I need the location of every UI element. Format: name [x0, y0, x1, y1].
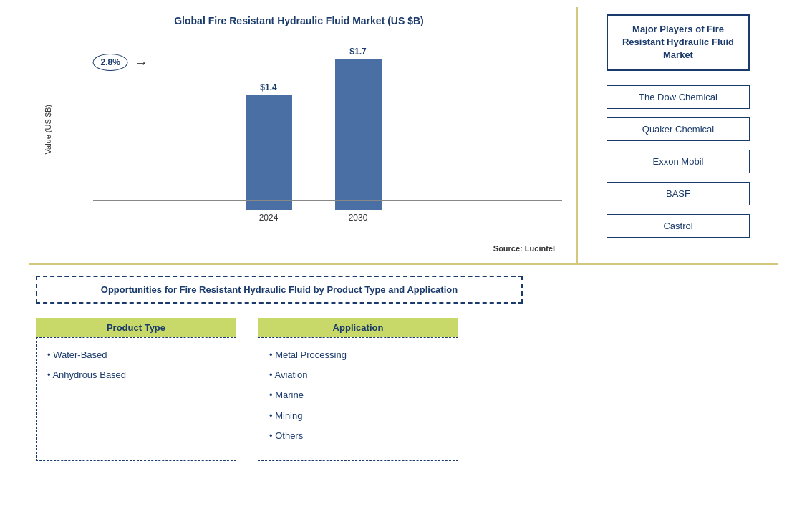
- application-item-2: • Marine: [269, 389, 447, 402]
- application-item-4: • Others: [269, 430, 447, 442]
- player-item-dow: The Dow Chemical: [607, 85, 750, 109]
- players-title: Major Players of Fire Resistant Hydrauli…: [607, 14, 750, 71]
- opportunities-title: Opportunities for Fire Resistant Hydraul…: [36, 276, 523, 304]
- cagr-arrow: →: [134, 54, 148, 71]
- cagr-bubble: 2.8%: [93, 54, 128, 71]
- bar-group-2030: $1.7 2030: [335, 47, 382, 223]
- application-items: • Metal Processing • Aviation • Marine •…: [258, 337, 458, 461]
- bar-year-2024: 2024: [259, 213, 279, 223]
- player-item-exxon: Exxon Mobil: [607, 150, 750, 173]
- source-label: Source: Lucintel: [493, 244, 555, 256]
- player-item-castrol: Castrol: [607, 214, 750, 238]
- product-type-item-0: • Water-Based: [47, 349, 225, 362]
- application-item-0: • Metal Processing: [269, 349, 447, 362]
- y-axis-label: Value (US $B): [44, 105, 52, 155]
- bar-value-2024: $1.4: [260, 82, 276, 92]
- main-container: Global Fire Resistant Hydraulic Fluid Ma…: [0, 0, 807, 532]
- player-item-basf: BASF: [607, 182, 750, 205]
- product-type-header: Product Type: [36, 318, 236, 337]
- bar-value-2030: $1.7: [349, 47, 366, 57]
- top-section: Global Fire Resistant Hydraulic Fluid Ma…: [29, 7, 778, 265]
- product-type-column: Product Type • Water-Based • Anhydrous B…: [36, 318, 236, 461]
- chart-title: Global Fire Resistant Hydraulic Fluid Ma…: [174, 14, 424, 29]
- application-item-3: • Mining: [269, 410, 447, 422]
- application-item-1: • Aviation: [269, 369, 447, 382]
- application-column: Application • Metal Processing • Aviatio…: [258, 318, 458, 461]
- player-item-quaker: Quaker Chemical: [607, 117, 750, 141]
- bar-2030: [335, 59, 382, 210]
- cagr-annotation: 2.8% →: [93, 54, 148, 71]
- bar-group-2024: $1.4 2024: [246, 82, 292, 223]
- chart-section: Global Fire Resistant Hydraulic Fluid Ma…: [29, 7, 578, 263]
- bottom-section: Opportunities for Fire Resistant Hydraul…: [29, 265, 778, 472]
- opportunities-columns: Product Type • Water-Based • Anhydrous B…: [36, 318, 771, 461]
- players-section: Major Players of Fire Resistant Hydrauli…: [578, 7, 778, 263]
- chart-area: Value (US $B) 2.8% → $1.4 2024: [36, 36, 562, 244]
- bars-container: 2.8% → $1.4 2024 $1.7 2030: [64, 47, 562, 223]
- bar-year-2030: 2030: [349, 213, 368, 223]
- product-type-items: • Water-Based • Anhydrous Based: [36, 337, 236, 461]
- baseline: [93, 200, 562, 201]
- product-type-item-1: • Anhydrous Based: [47, 369, 225, 382]
- application-header: Application: [258, 318, 458, 337]
- bar-2024: [246, 95, 292, 210]
